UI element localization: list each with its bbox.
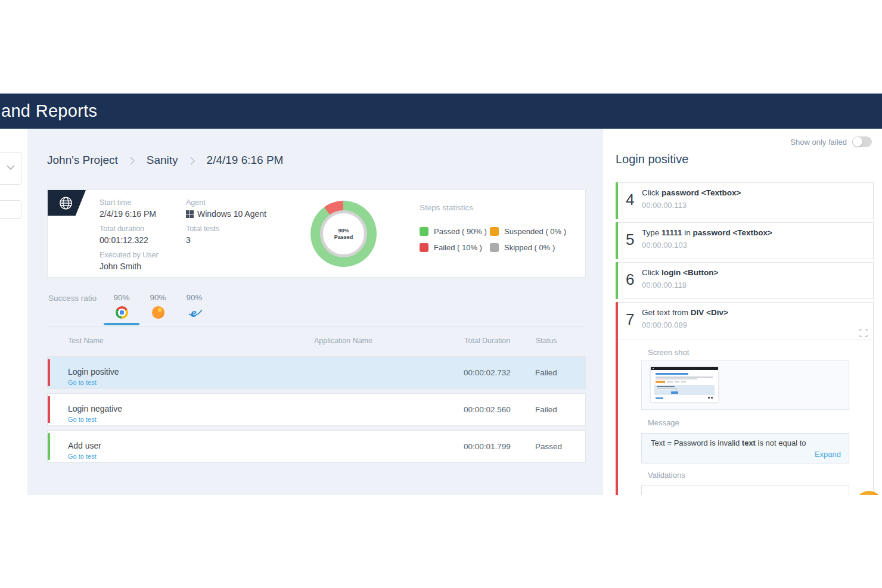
breadcrumb-job[interactable]: Sanity bbox=[147, 154, 178, 167]
web-platform-badge bbox=[48, 190, 86, 216]
status-bar-failed bbox=[48, 359, 50, 386]
success-ratio-label: Success ratio bbox=[48, 294, 97, 303]
test-name: Add user bbox=[68, 441, 464, 450]
breadcrumb-project[interactable]: John's Project bbox=[47, 154, 118, 167]
step-status-bar bbox=[616, 182, 618, 219]
chevron-right-icon bbox=[129, 156, 135, 166]
page-title: and Reports bbox=[1, 101, 97, 121]
go-to-test-link[interactable]: Go to test bbox=[68, 379, 464, 386]
search-input[interactable] bbox=[0, 200, 21, 219]
field-total-tests: Total tests 3 bbox=[186, 225, 219, 245]
project-dropdown[interactable] bbox=[0, 152, 21, 185]
windows-icon bbox=[186, 210, 194, 218]
panel-scroll-track bbox=[874, 179, 874, 495]
go-to-test-link[interactable]: Go to test bbox=[68, 453, 464, 460]
globe-icon bbox=[58, 195, 74, 211]
step-title: Get text from DIV <Div> bbox=[642, 308, 728, 317]
test-duration: 00:00:02.732 bbox=[464, 357, 535, 388]
report-main-panel: John's Project Sanity 2/4/19 6:16 PM bbox=[27, 129, 603, 495]
screenshot-box bbox=[641, 360, 849, 410]
show-only-failed-label: Show only failed bbox=[790, 138, 847, 147]
breadcrumb-execution[interactable]: 2/4/19 6:16 PM bbox=[207, 154, 284, 167]
header-test-name: Test Name bbox=[68, 337, 464, 345]
screenshot-label: Screen shot bbox=[648, 348, 689, 357]
step-status-bar bbox=[616, 222, 618, 259]
step-title: Click login <Button> bbox=[642, 268, 718, 277]
selected-browser-indicator bbox=[104, 323, 139, 325]
browser-tab-ie[interactable]: 90% e bbox=[176, 293, 212, 319]
step-item-5[interactable]: 5 Type 11111 in password <Textbox> 00:00… bbox=[616, 222, 874, 259]
step-item-4[interactable]: 4 Click password <Textbox> 00:00:00.113 bbox=[616, 182, 874, 219]
message-label: Message bbox=[648, 418, 679, 427]
validations-label: Validations bbox=[648, 471, 685, 480]
expand-link[interactable]: Expand bbox=[815, 450, 841, 459]
divider bbox=[47, 326, 586, 326]
selected-test-title: Login positive bbox=[616, 153, 688, 166]
step-number: 4 bbox=[626, 191, 634, 209]
header-status: Status bbox=[536, 337, 586, 345]
firefox-icon bbox=[152, 306, 164, 319]
legend-passed: Passed ( 90% ) bbox=[420, 227, 490, 236]
test-duration: 00:00:02.560 bbox=[464, 394, 535, 425]
legend-skipped: Skipped ( 0% ) bbox=[490, 243, 566, 252]
test-steps-panel: Show only failed Login positive 4 Click … bbox=[603, 129, 882, 495]
step-title: Type 11111 in password <Textbox> bbox=[642, 228, 772, 237]
app-content: John's Project Sanity 2/4/19 6:16 PM bbox=[0, 129, 882, 495]
field-total-duration: Total duration 00:01:12.322 bbox=[100, 225, 148, 245]
test-row-login-negative[interactable]: Login negative Go to test 00:00:02.560 F… bbox=[47, 393, 586, 426]
legend-failed-swatch bbox=[420, 243, 428, 252]
step-number: 6 bbox=[626, 270, 634, 289]
toggle-knob bbox=[853, 137, 862, 147]
browser-tab-chrome[interactable]: 90% bbox=[104, 293, 139, 319]
steps-statistics-title: Steps statistics bbox=[420, 203, 473, 212]
test-status: Failed bbox=[535, 394, 585, 425]
step-duration: 00:00:00.103 bbox=[642, 241, 687, 250]
thumb-browser-bar bbox=[651, 367, 718, 370]
fullscreen-icon[interactable] bbox=[859, 329, 868, 337]
top-header-bar: and Reports bbox=[0, 94, 882, 129]
summary-card: Start time 2/4/19 6:16 PM Agent Windows … bbox=[47, 189, 586, 278]
step-duration: 00:00:00.113 bbox=[642, 201, 687, 210]
test-row-add-user[interactable]: Add user Go to test 00:00:01.799 Passed bbox=[47, 430, 586, 463]
legend-skipped-swatch bbox=[490, 243, 499, 252]
donut-center-label: 90% Passed bbox=[320, 210, 367, 257]
step-detail: Screen shot Message Text = Password is i… bbox=[618, 340, 873, 495]
test-name: Login positive bbox=[68, 367, 464, 377]
go-to-test-link[interactable]: Go to test bbox=[68, 416, 464, 423]
legend-suspended: Suspended ( 0% ) bbox=[490, 227, 566, 236]
status-bar-failed bbox=[48, 396, 50, 423]
step-item-6[interactable]: 6 Click login <Button> 00:00:00.118 bbox=[616, 262, 874, 299]
header-application-name: Application Name bbox=[314, 337, 372, 345]
field-executed-by: Executed by User John Smith bbox=[100, 251, 159, 271]
message-text: Text = Password is invalid text is not e… bbox=[651, 438, 806, 447]
step-number: 5 bbox=[626, 231, 634, 249]
legend-passed-swatch bbox=[420, 227, 428, 236]
step-title: Click password <Textbox> bbox=[642, 188, 741, 197]
tests-table-header: Test Name Total Duration Status Applicat… bbox=[47, 337, 586, 345]
breadcrumb: John's Project Sanity 2/4/19 6:16 PM bbox=[47, 154, 283, 167]
field-start-time: Start time 2/4/19 6:16 PM bbox=[100, 198, 156, 219]
step-status-bar bbox=[616, 262, 618, 299]
step-item-7-expanded[interactable]: 7 Get text from DIV <Div> 00:00:00.089 S… bbox=[616, 302, 874, 495]
legend-failed: Failed ( 10% ) bbox=[420, 243, 490, 252]
screenshot-thumbnail[interactable] bbox=[651, 367, 718, 402]
steps-legend: Passed ( 90% ) Suspended ( 0% ) Failed (… bbox=[420, 227, 566, 252]
field-agent: Agent Windows 10 Agent bbox=[186, 198, 266, 219]
test-duration: 00:00:01.799 bbox=[464, 431, 535, 462]
legend-suspended-swatch bbox=[490, 227, 499, 236]
internet-explorer-icon: e bbox=[188, 306, 201, 319]
header-total-duration: Total Duration bbox=[464, 337, 536, 345]
chevron-right-icon bbox=[190, 156, 195, 166]
show-only-failed-toggle[interactable] bbox=[852, 136, 872, 147]
chrome-icon bbox=[116, 306, 128, 319]
step-duration: 00:00:00.089 bbox=[642, 321, 687, 329]
steps-donut-chart: 90% Passed bbox=[310, 201, 377, 267]
browser-tab-firefox[interactable]: 90% bbox=[140, 293, 176, 319]
test-status: Failed bbox=[535, 357, 585, 388]
test-name: Login negative bbox=[68, 404, 464, 413]
message-box: Text = Password is invalid text is not e… bbox=[641, 433, 849, 463]
step-duration: 00:00:00.118 bbox=[642, 281, 687, 290]
svg-text:e: e bbox=[191, 306, 197, 319]
test-status: Passed bbox=[535, 431, 585, 462]
test-row-login-positive[interactable]: Login positive Go to test 00:00:02.732 F… bbox=[47, 356, 586, 389]
